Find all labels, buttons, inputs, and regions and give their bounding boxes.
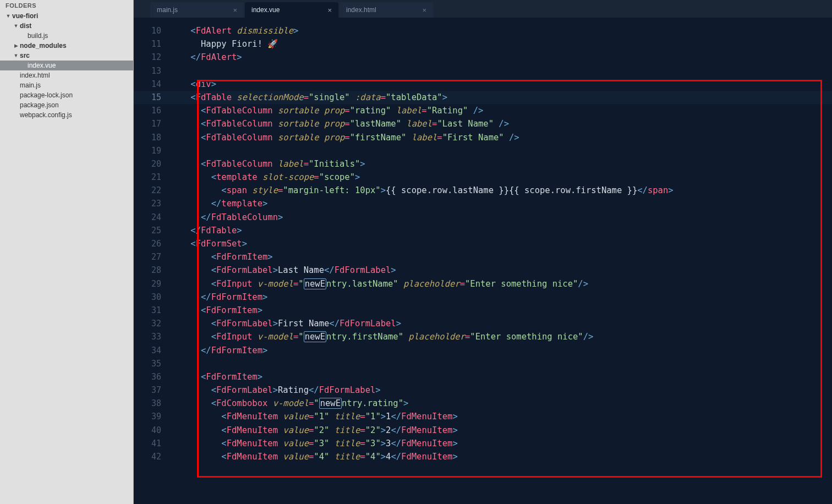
code-line[interactable]: </FdFormItem> (169, 291, 832, 304)
code-line[interactable]: <FdMenuItem value="2" title="2">2</FdMen… (169, 424, 832, 437)
code-line[interactable]: <FdMenuItem value="4" title="4">4</FdMen… (169, 450, 832, 463)
line-number: 15 (134, 91, 169, 104)
code-line[interactable]: </template> (169, 197, 832, 210)
editor-tab[interactable]: index.vue× (245, 2, 338, 18)
code-line[interactable]: <FdFormItem> (169, 304, 832, 317)
code-area[interactable]: <FdAlert dismissible> Happy Fiori! 🚀 </F… (169, 18, 832, 504)
line-number: 27 (134, 250, 169, 264)
editor-area: main.js×index.vue×index.html× 1011121314… (134, 0, 832, 504)
line-number: 18 (134, 131, 169, 144)
code-line[interactable]: </FdTableColumn> (169, 211, 832, 224)
chevron-down-icon: ▼ (13, 53, 19, 58)
code-line[interactable]: Happy Fiori! 🚀 (169, 37, 832, 51)
code-line[interactable]: <FdTable selectionMode="single" :data="t… (169, 91, 832, 104)
line-number: 11 (134, 37, 169, 51)
code-line[interactable] (169, 144, 832, 157)
line-number: 12 (134, 51, 169, 64)
code-line[interactable]: <FdTableColumn sortable prop="lastName" … (169, 117, 832, 130)
line-number: 33 (134, 330, 169, 343)
code-line[interactable]: </FdAlert> (169, 51, 832, 64)
line-number: 29 (134, 277, 169, 291)
editor-tab[interactable]: main.js× (150, 2, 244, 18)
line-number: 19 (134, 144, 169, 157)
line-number: 16 (134, 104, 169, 117)
line-number: 42 (134, 450, 169, 463)
file-item[interactable]: webpack.config.js (0, 110, 133, 120)
code-line[interactable]: </FdTable> (169, 224, 832, 237)
sidebar-header: FOLDERS (0, 0, 133, 11)
sidebar: FOLDERS ▼vue-fiori▼distbuild.js▶node_mod… (0, 0, 134, 504)
tree-item-label: index.html (20, 72, 50, 79)
file-item[interactable]: index.vue (0, 61, 133, 70)
code-line[interactable]: <FdMenuItem value="1" title="1">1</FdMen… (169, 410, 832, 423)
code-line[interactable]: <span style="margin-left: 10px">{{ scope… (169, 184, 832, 197)
code-line[interactable] (169, 64, 832, 78)
close-icon[interactable]: × (233, 6, 237, 14)
line-number: 34 (134, 344, 169, 357)
chevron-right-icon: ▶ (13, 43, 19, 48)
line-gutter: 1011121314151617181920212223242526272829… (134, 18, 169, 504)
line-number: 10 (134, 24, 169, 37)
code-line[interactable]: <FdInput v-model="newEntry.lastName" pla… (169, 277, 832, 291)
code-line[interactable]: <FdCombobox v-model="newEntry.rating"> (169, 397, 832, 410)
line-number: 39 (134, 410, 169, 423)
chevron-down-icon: ▼ (13, 23, 19, 29)
line-number: 36 (134, 370, 169, 384)
code-line[interactable]: <div> (169, 78, 832, 91)
code-line[interactable]: <FdFormLabel>First Name</FdFormLabel> (169, 317, 832, 330)
folder-item[interactable]: ▼dist (0, 21, 133, 31)
line-number: 24 (134, 211, 169, 224)
close-icon[interactable]: × (327, 6, 332, 14)
code-line[interactable]: <FdInput v-model="newEntry.firstName" pl… (169, 330, 832, 343)
line-number: 30 (134, 291, 169, 304)
code-line[interactable]: <FdFormItem> (169, 370, 832, 384)
tree-item-label: package.json (20, 101, 59, 109)
tree-item-label: build.js (28, 32, 48, 40)
code-line[interactable]: <FdTableColumn sortable prop="rating" la… (169, 104, 832, 117)
line-number: 14 (134, 78, 169, 91)
line-number: 22 (134, 184, 169, 197)
tree-item-label: package-lock.json (20, 91, 73, 99)
editor-body: 1011121314151617181920212223242526272829… (134, 18, 832, 504)
file-item[interactable]: package.json (0, 100, 133, 110)
line-number: 32 (134, 317, 169, 330)
code-line[interactable]: <FdFormLabel>Rating</FdFormLabel> (169, 384, 832, 397)
file-item[interactable]: main.js (0, 80, 133, 90)
line-number: 41 (134, 437, 169, 450)
tree-item-label: src (20, 52, 30, 59)
code-line[interactable]: <FdFormItem> (169, 250, 832, 264)
tree-item-label: node_modules (20, 42, 67, 50)
line-number: 28 (134, 264, 169, 277)
file-item[interactable]: build.js (0, 31, 133, 41)
folder-item[interactable]: ▶node_modules (0, 41, 133, 51)
tree-item-label: dist (20, 22, 31, 30)
tab-label: main.js (157, 6, 178, 14)
folder-item[interactable]: ▼src (0, 51, 133, 61)
code-line[interactable]: <template slot-scope="scope"> (169, 171, 832, 184)
chevron-down-icon: ▼ (6, 13, 11, 19)
code-line[interactable]: <FdTableColumn label="Initials"> (169, 157, 832, 171)
line-number: 13 (134, 64, 169, 78)
code-line[interactable]: <FdAlert dismissible> (169, 24, 832, 37)
line-number: 40 (134, 424, 169, 437)
tree-item-label: vue-fiori (12, 12, 38, 20)
line-number: 20 (134, 157, 169, 171)
line-number: 17 (134, 117, 169, 130)
tree-item-label: index.vue (28, 62, 56, 69)
folder-item[interactable]: ▼vue-fiori (0, 11, 133, 21)
code-line[interactable]: </FdFormItem> (169, 344, 832, 357)
line-number: 21 (134, 171, 169, 184)
line-number: 25 (134, 224, 169, 237)
close-icon[interactable]: × (422, 6, 426, 14)
file-item[interactable]: package-lock.json (0, 90, 133, 100)
line-number: 23 (134, 197, 169, 210)
editor-tab[interactable]: index.html× (340, 2, 433, 18)
code-line[interactable]: <FdFormLabel>Last Name</FdFormLabel> (169, 264, 832, 277)
code-line[interactable]: <FdTableColumn sortable prop="firstName"… (169, 131, 832, 144)
code-line[interactable]: <FdFormSet> (169, 237, 832, 250)
code-line[interactable] (169, 357, 832, 370)
tabbar: main.js×index.vue×index.html× (134, 0, 832, 18)
file-item[interactable]: index.html (0, 70, 133, 80)
code-line[interactable]: <FdMenuItem value="3" title="3">3</FdMen… (169, 437, 832, 450)
line-number: 26 (134, 237, 169, 250)
